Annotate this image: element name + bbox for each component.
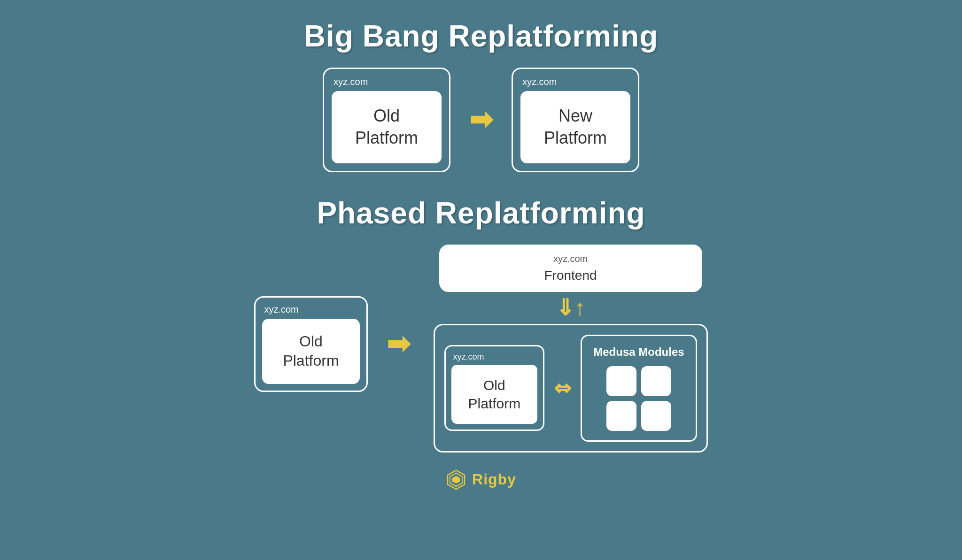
big-bang-row: xyz.com OldPlatform ➡ xyz.com NewPlatfor… xyxy=(323,68,639,172)
rigby-icon xyxy=(446,469,466,490)
phased-content-area: xyz.com OldPlatform ➡ xyz.com Frontend ⇓… xyxy=(254,245,707,453)
medusa-module-4 xyxy=(641,401,671,431)
svg-marker-2 xyxy=(452,476,460,483)
medusa-title: Medusa Modules xyxy=(593,345,684,359)
new-platform-inner: NewPlatform xyxy=(520,91,630,163)
big-bang-title: Big Bang Replatforming xyxy=(304,19,658,54)
rigby-footer: Rigby xyxy=(446,469,516,490)
phased-inner-domain: xyz.com xyxy=(453,352,484,362)
medusa-module-3 xyxy=(606,401,636,431)
frontend-box: xyz.com Frontend xyxy=(439,245,702,292)
phased-inner-platform-label: OldPlatform xyxy=(468,377,521,411)
phased-left-platform-inner: OldPlatform xyxy=(262,319,359,384)
phased-horizontal-arrow: ➡ xyxy=(387,330,410,358)
vertical-double-arrow: ⇓↑ xyxy=(556,297,586,319)
phased-section: Phased Replatforming xyz.com OldPlatform… xyxy=(0,196,962,453)
new-platform-box: xyz.com NewPlatform xyxy=(512,68,639,172)
old-platform-label: OldPlatform xyxy=(355,106,418,147)
frontend-domain: xyz.com xyxy=(441,246,701,266)
phased-inner-old-platform-box: xyz.com OldPlatform xyxy=(444,345,545,431)
new-platform-label: NewPlatform xyxy=(544,106,607,147)
medusa-module-2 xyxy=(641,366,671,396)
old-platform-domain: xyz.com xyxy=(334,77,368,87)
medusa-modules-box: Medusa Modules xyxy=(581,335,697,442)
new-platform-domain: xyz.com xyxy=(522,77,557,87)
phased-left-domain: xyz.com xyxy=(264,304,298,315)
frontend-label: Frontend xyxy=(441,266,701,291)
phased-title: Phased Replatforming xyxy=(317,196,645,230)
medusa-module-1 xyxy=(606,366,636,396)
old-platform-box: xyz.com OldPlatform xyxy=(323,68,450,172)
phased-inner-platform-inner: OldPlatform xyxy=(451,365,538,424)
medusa-modules-grid xyxy=(606,366,671,431)
inner-double-arrow-h: ⇔ xyxy=(554,378,571,399)
big-bang-arrow: ➡ xyxy=(469,106,493,134)
phased-right-stack: xyz.com Frontend ⇓↑ xyz.com OldPlatform xyxy=(434,245,708,453)
phased-right-inner-row: xyz.com OldPlatform ⇔ Medusa Modules xyxy=(444,335,697,442)
rigby-brand-text: Rigby xyxy=(472,471,516,488)
phased-right-outer-box: xyz.com OldPlatform ⇔ Medusa Modules xyxy=(434,324,708,453)
old-platform-inner: OldPlatform xyxy=(332,91,442,163)
phased-left-platform-label: OldPlatform xyxy=(283,333,339,369)
phased-left-old-platform-box: xyz.com OldPlatform xyxy=(254,296,367,392)
